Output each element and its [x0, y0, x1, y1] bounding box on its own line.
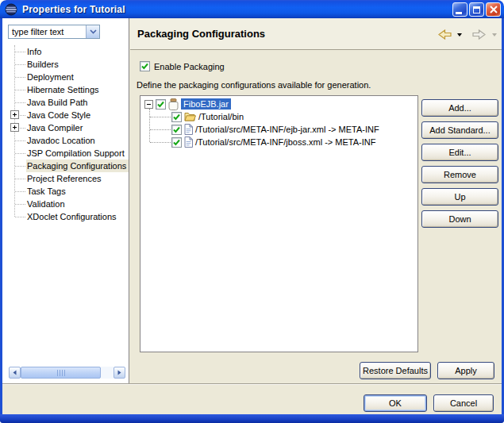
tree-guide-line: [149, 109, 150, 142]
ok-button[interactable]: OK: [364, 394, 427, 412]
tree-guide-line: [150, 129, 171, 130]
packaging-content: Enable Packaging Define the packaging co…: [130, 51, 502, 383]
sidebar-item-project-references[interactable]: Project References: [2, 172, 129, 185]
tree-row-checkbox[interactable]: [171, 125, 182, 135]
close-button[interactable]: [486, 2, 501, 17]
scrollbar-thumb[interactable]: [21, 367, 101, 379]
tree-row-tutorial-bin[interactable]: /Tutorial/bin: [171, 110, 244, 123]
sidebar-item-label: Java Compiler: [27, 123, 83, 133]
sidebar-item-jsp-compilation-support[interactable]: JSP Compilation Support: [2, 147, 129, 160]
sidebar-item-validation[interactable]: Validation: [2, 198, 129, 210]
horizontal-scrollbar[interactable]: [9, 367, 125, 379]
sidebar-item-label: Packaging Configurations: [27, 161, 126, 171]
titlebar[interactable]: Properties for Tutorial: [0, 0, 504, 18]
sidebar-item-xdoclet-configurations[interactable]: XDoclet Configurations: [2, 210, 129, 223]
chevron-down-icon[interactable]: [86, 25, 99, 38]
close-icon: [490, 6, 498, 13]
sidebar-item-task-tags[interactable]: Task Tags: [2, 185, 129, 198]
scroll-left-arrow-icon[interactable]: [9, 367, 21, 379]
dialog-button-bar: OK Cancel: [2, 383, 502, 414]
sidebar-item-label: Validation: [27, 199, 65, 209]
file-icon: [184, 137, 193, 148]
back-arrow-icon[interactable]: [438, 29, 452, 43]
enable-packaging-checkbox[interactable]: [140, 61, 150, 71]
tree-row-jboss-xml[interactable]: /Tutorial/src/META-INF/jboss.xml -> META…: [171, 136, 375, 148]
packaging-tree[interactable]: FiboEJB.jar /Tutorial/bin: [140, 95, 418, 352]
sidebar: type filter text Info Builders Deploymen…: [2, 18, 129, 383]
sidebar-item-builders[interactable]: Builders: [2, 58, 129, 71]
sidebar-item-label: JSP Compilation Support: [27, 148, 125, 158]
sidebar-item-java-compiler[interactable]: Java Compiler: [2, 121, 129, 134]
tree-row-checkbox[interactable]: [171, 137, 182, 148]
back-history-caret-icon[interactable]: [457, 33, 462, 39]
main-panel: Packaging Configurations Enable Packagin…: [130, 18, 502, 383]
tree-guide-line: [150, 117, 171, 117]
sidebar-item-label: Java Code Style: [27, 110, 90, 120]
expand-plus-icon[interactable]: [10, 110, 19, 119]
eclipse-icon: [5, 3, 17, 16]
up-button[interactable]: Up: [421, 188, 498, 206]
sidebar-item-label: Project References: [27, 174, 102, 183]
minimize-icon: [456, 12, 462, 14]
add-standard-button[interactable]: Add Standard...: [421, 121, 498, 139]
check-icon: [172, 125, 181, 134]
restore-defaults-button[interactable]: Restore Defaults: [360, 362, 431, 379]
sidebar-item-label: Javadoc Location: [27, 136, 95, 145]
add-button[interactable]: Add...: [421, 99, 498, 117]
page-header: Packaging Configurations: [130, 18, 502, 50]
sidebar-item-javadoc-location[interactable]: Javadoc Location: [2, 134, 129, 147]
enable-packaging-row: Enable Packaging: [140, 61, 225, 71]
sidebar-item-label: XDoclet Configurations: [27, 212, 117, 221]
tree-row-checkbox[interactable]: [156, 99, 166, 110]
check-icon: [172, 138, 181, 147]
sidebar-item-label: Deployment: [27, 72, 74, 82]
tree-guide-line: [150, 142, 171, 143]
sidebar-item-label: Task Tags: [27, 187, 66, 196]
tree-row-label[interactable]: /Tutorial/bin: [198, 112, 244, 121]
tree-row-label[interactable]: /Tutorial/src/META-INF/ejb-jar.xml -> ME…: [195, 125, 379, 134]
tree-row-checkbox[interactable]: [171, 112, 182, 122]
cancel-button[interactable]: Cancel: [433, 394, 494, 412]
check-icon: [156, 100, 165, 109]
sidebar-item-label: Hibernate Settings: [27, 85, 99, 94]
tree-action-buttons: Add... Add Standard... Edit... Remove Up…: [421, 99, 498, 228]
description-text: Define the packaging configurations avai…: [137, 80, 371, 90]
sidebar-tree: Info Builders Deployment Hibernate Setti…: [2, 45, 129, 223]
page-title: Packaging Configurations: [137, 28, 265, 40]
expand-plus-icon[interactable]: [10, 123, 19, 132]
enable-packaging-label: Enable Packaging: [154, 62, 225, 71]
file-icon: [184, 124, 193, 135]
maximize-icon: [473, 6, 480, 13]
tree-row-label[interactable]: FiboEJB.jar: [181, 98, 231, 110]
maximize-button[interactable]: [469, 2, 484, 17]
jar-icon: [168, 98, 179, 110]
sidebar-item-java-build-path[interactable]: Java Build Path: [2, 96, 129, 109]
tree-row-ejb-jar-xml[interactable]: /Tutorial/src/META-INF/ejb-jar.xml -> ME…: [171, 123, 379, 136]
filter-combo[interactable]: type filter text: [8, 25, 100, 39]
tree-row-fiboejb[interactable]: FiboEJB.jar: [144, 98, 231, 110]
properties-dialog: Properties for Tutorial type filter text…: [0, 0, 504, 423]
sidebar-item-label: Builders: [27, 60, 59, 69]
sidebar-item-packaging-configurations[interactable]: Packaging Configurations: [2, 160, 129, 172]
sidebar-item-label: Java Build Path: [27, 98, 87, 107]
forward-history-caret-icon: [492, 33, 497, 39]
check-icon: [172, 113, 181, 121]
filter-input[interactable]: type filter text: [9, 27, 86, 37]
folder-icon: [184, 112, 196, 121]
sidebar-item-hibernate-settings[interactable]: Hibernate Settings: [2, 83, 129, 96]
sidebar-item-deployment[interactable]: Deployment: [2, 71, 129, 83]
tree-row-label[interactable]: /Tutorial/src/META-INF/jboss.xml -> META…: [195, 137, 375, 147]
scrollbar-track[interactable]: [101, 367, 113, 379]
down-button[interactable]: Down: [421, 210, 498, 228]
apply-button[interactable]: Apply: [437, 362, 494, 379]
sidebar-item-java-code-style[interactable]: Java Code Style: [2, 109, 129, 121]
check-icon: [140, 62, 149, 71]
scroll-right-arrow-icon[interactable]: [113, 367, 125, 379]
window-title: Properties for Tutorial: [22, 4, 125, 15]
minimize-button[interactable]: [452, 2, 467, 17]
collapse-minus-icon[interactable]: [144, 100, 153, 109]
forward-arrow-icon[interactable]: [472, 29, 486, 43]
sidebar-item-info[interactable]: Info: [2, 45, 129, 58]
remove-button[interactable]: Remove: [421, 166, 498, 183]
edit-button[interactable]: Edit...: [421, 144, 498, 161]
